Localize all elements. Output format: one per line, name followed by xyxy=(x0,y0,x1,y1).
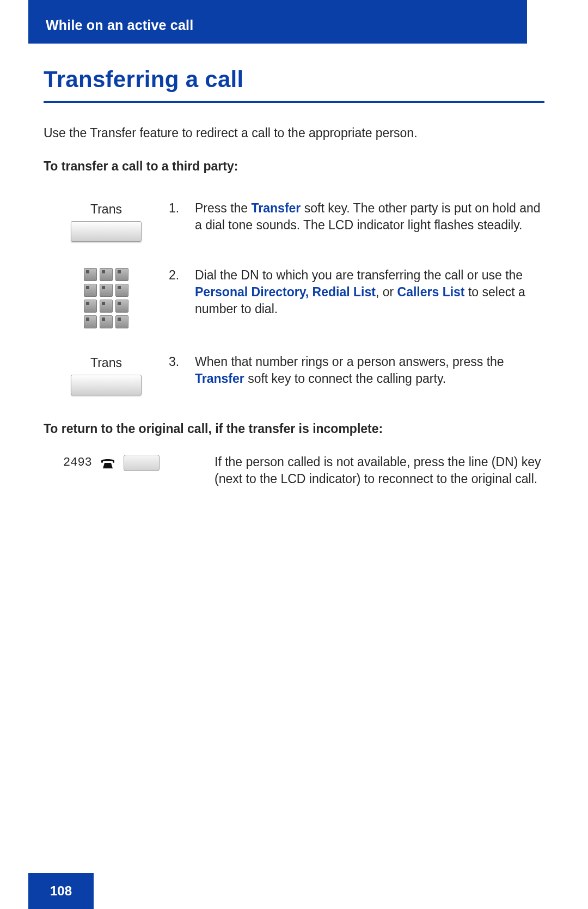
subheading-1: To transfer a call to a third party: xyxy=(44,158,544,175)
text: Press the xyxy=(195,201,252,215)
text: soft key to connect the calling party. xyxy=(244,371,446,386)
dn-step: 2493 If the person called is not availab… xyxy=(44,454,544,487)
subheading-2: To return to the original call, if the t… xyxy=(44,420,544,437)
softkey-label: Trans xyxy=(90,355,122,371)
transfer-link: Transfer xyxy=(195,371,244,386)
transfer-link: Transfer xyxy=(252,201,301,215)
section-header-text: While on an active call xyxy=(46,16,193,35)
step-number: 1. xyxy=(169,200,195,242)
text: Dial the DN to which you are transferrin… xyxy=(195,268,523,282)
step-2: 2. Dial the DN to which you are transfer… xyxy=(44,267,544,328)
step-text: Press the Transfer soft key. The other p… xyxy=(195,200,544,242)
step-1: Trans 1. Press the Transfer soft key. Th… xyxy=(44,200,544,242)
softkey-label: Trans xyxy=(90,201,122,218)
softkey-icon xyxy=(71,221,142,242)
dn-step-text: If the person called is not available, p… xyxy=(215,454,544,487)
callers-list-link: Callers List xyxy=(397,285,465,299)
step-text: Dial the DN to which you are transferrin… xyxy=(195,267,544,328)
softkey-icon xyxy=(71,375,142,395)
page-number: 108 xyxy=(28,873,94,909)
dn-number: 2493 xyxy=(63,455,92,471)
softkey-trans: Trans xyxy=(71,355,142,395)
directory-link: Personal Directory, Redial List xyxy=(195,285,376,299)
section-header: While on an active call xyxy=(28,0,527,44)
step-number: 2. xyxy=(169,267,195,328)
line-key-icon xyxy=(124,455,160,471)
step-3: Trans 3. When that number rings or a per… xyxy=(44,353,544,395)
phone-icon xyxy=(100,456,116,469)
step-number: 3. xyxy=(169,353,195,395)
text: , or xyxy=(376,285,397,299)
text: When that number rings or a person answe… xyxy=(195,355,504,369)
keypad-icon xyxy=(84,268,128,328)
step-text: When that number rings or a person answe… xyxy=(195,353,544,395)
page-title: Transferring a call xyxy=(44,64,544,103)
softkey-trans: Trans xyxy=(71,201,142,242)
intro-text: Use the Transfer feature to redirect a c… xyxy=(44,125,544,142)
